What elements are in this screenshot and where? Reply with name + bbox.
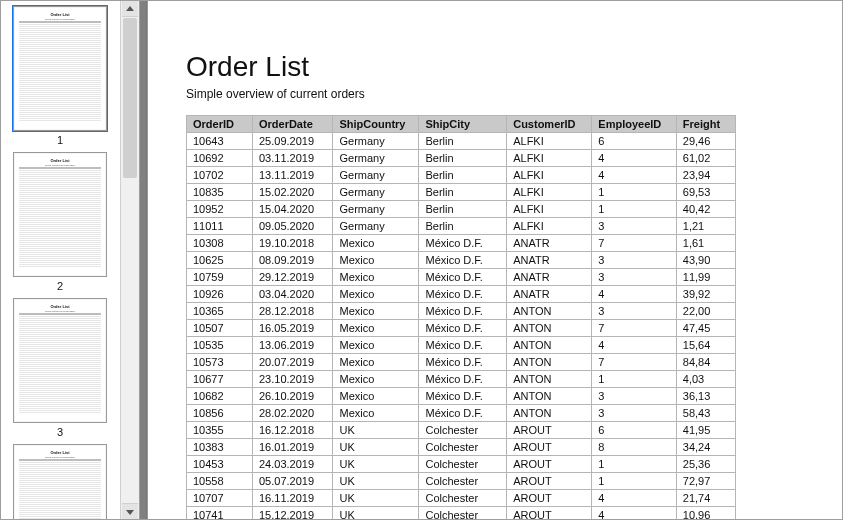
table-cell: México D.F. [419,269,507,286]
table-cell: 36,13 [676,388,735,405]
table-cell: Mexico [333,303,419,320]
table-cell: ANTON [507,371,592,388]
table-cell: 10535 [187,337,253,354]
column-header: ShipCountry [333,116,419,133]
table-row: 1038316.01.2019UKColchesterAROUT834,24 [187,439,736,456]
table-cell: 3 [592,218,676,235]
thumbnail-page-2[interactable]: Order ListSimple overview of current ord… [0,152,120,292]
table-cell: Germany [333,218,419,235]
page-title: Order List [186,51,843,83]
page-1: Order List Simple overview of current or… [147,0,843,520]
table-cell: 3 [592,269,676,286]
table-cell: 24.03.2019 [252,456,333,473]
table-row: 1092603.04.2020MexicoMéxico D.F.ANATR439… [187,286,736,303]
table-cell: 3 [592,405,676,422]
table-cell: 10453 [187,456,253,473]
table-cell: 41,95 [676,422,735,439]
table-cell: 4 [592,286,676,303]
table-cell: 09.05.2020 [252,218,333,235]
scroll-up-button[interactable] [122,0,138,17]
table-cell: 10558 [187,473,253,490]
table-row: 1074115.12.2019UKColchesterAROUT410,96 [187,507,736,520]
table-cell: 23,94 [676,167,735,184]
thumbnail-number: 1 [0,134,120,146]
table-row: 1064325.09.2019GermanyBerlinALFKI629,46 [187,133,736,150]
table-cell: 03.04.2020 [252,286,333,303]
table-cell: Germany [333,133,419,150]
thumbnail-preview: Order ListSimple overview of current ord… [13,298,107,423]
table-cell: 08.09.2019 [252,252,333,269]
column-header: EmployeeID [592,116,676,133]
thumbnail-page-3[interactable]: Order ListSimple overview of current ord… [0,298,120,438]
table-cell: AROUT [507,507,592,520]
table-cell: 29,46 [676,133,735,150]
table-row: 1053513.06.2019MexicoMéxico D.F.ANTON415… [187,337,736,354]
scroll-down-button[interactable] [122,503,138,520]
table-cell: ANTON [507,303,592,320]
table-row: 1057320.07.2019MexicoMéxico D.F.ANTON784… [187,354,736,371]
table-cell: Colchester [419,490,507,507]
table-cell: 10507 [187,320,253,337]
table-row: 1062508.09.2019MexicoMéxico D.F.ANATR343… [187,252,736,269]
table-cell: Colchester [419,456,507,473]
table-cell: México D.F. [419,303,507,320]
table-cell: Colchester [419,473,507,490]
table-cell: ALFKI [507,150,592,167]
table-cell: 20.07.2019 [252,354,333,371]
table-cell: AROUT [507,473,592,490]
table-cell: Berlin [419,218,507,235]
table-cell: Berlin [419,167,507,184]
table-row: 1068226.10.2019MexicoMéxico D.F.ANTON336… [187,388,736,405]
table-cell: 10707 [187,490,253,507]
table-cell: Berlin [419,150,507,167]
table-cell: Colchester [419,439,507,456]
table-cell: 10383 [187,439,253,456]
table-cell: 4,03 [676,371,735,388]
preview-area[interactable]: Order List Simple overview of current or… [140,0,843,520]
table-cell: México D.F. [419,388,507,405]
table-cell: 16.01.2019 [252,439,333,456]
table-cell: 10856 [187,405,253,422]
table-cell: ANTON [507,337,592,354]
thumbnail-number: 2 [0,280,120,292]
table-cell: UK [333,490,419,507]
table-cell: México D.F. [419,252,507,269]
table-cell: 10,96 [676,507,735,520]
table-cell: 15.04.2020 [252,201,333,218]
table-cell: UK [333,507,419,520]
table-cell: AROUT [507,439,592,456]
table-row: 1070716.11.2019UKColchesterAROUT421,74 [187,490,736,507]
thumbnail-scrollbar[interactable] [120,0,139,520]
table-cell: 39,92 [676,286,735,303]
table-cell: Berlin [419,133,507,150]
column-header: ShipCity [419,116,507,133]
table-cell: 10625 [187,252,253,269]
table-cell: 23.10.2019 [252,371,333,388]
table-cell: Colchester [419,507,507,520]
table-cell: 10677 [187,371,253,388]
column-header: CustomerID [507,116,592,133]
table-cell: 10573 [187,354,253,371]
thumbnail-page-1[interactable]: Order ListSimple overview of current ord… [0,6,120,146]
table-cell: 10952 [187,201,253,218]
table-cell: 4 [592,490,676,507]
table-cell: 1 [592,184,676,201]
table-cell: 10702 [187,167,253,184]
table-cell: 4 [592,150,676,167]
scrollbar-handle[interactable] [123,18,137,178]
table-cell: 3 [592,303,676,320]
thumbnail-page-4[interactable]: Order ListSimple overview of current ord… [0,444,120,520]
table-cell: 7 [592,354,676,371]
table-cell: Germany [333,150,419,167]
table-cell: Mexico [333,235,419,252]
table-cell: 43,90 [676,252,735,269]
table-cell: UK [333,439,419,456]
table-row: 1075929.12.2019MexicoMéxico D.F.ANATR311… [187,269,736,286]
table-cell: 25.09.2019 [252,133,333,150]
table-row: 1030819.10.2018MexicoMéxico D.F.ANATR71,… [187,235,736,252]
table-cell: Mexico [333,252,419,269]
table-cell: UK [333,422,419,439]
table-cell: 10682 [187,388,253,405]
table-cell: AROUT [507,456,592,473]
column-header: Freight [676,116,735,133]
